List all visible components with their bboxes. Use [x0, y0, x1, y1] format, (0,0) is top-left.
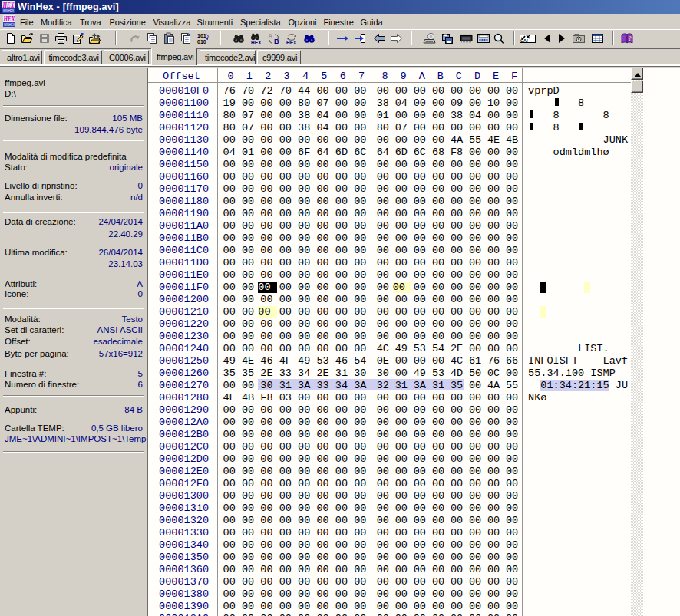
svg-text:HEX: HEX: [2, 2, 15, 9]
svg-text:HEX: HEX: [251, 40, 262, 45]
svg-text:WINHEX: WINHEX: [4, 23, 15, 27]
svg-text:010: 010: [197, 39, 206, 44]
svg-text:B: B: [274, 38, 279, 44]
svg-text:A: A: [268, 32, 273, 40]
svg-text:HEX: HEX: [286, 40, 297, 45]
svg-text:101: 101: [197, 33, 206, 38]
svg-text:?: ?: [629, 35, 632, 42]
svg-text:CA!: CA!: [520, 38, 528, 43]
svg-text:WINHEX: WINHEX: [3, 9, 14, 13]
svg-text:HEX: HEX: [3, 15, 15, 23]
